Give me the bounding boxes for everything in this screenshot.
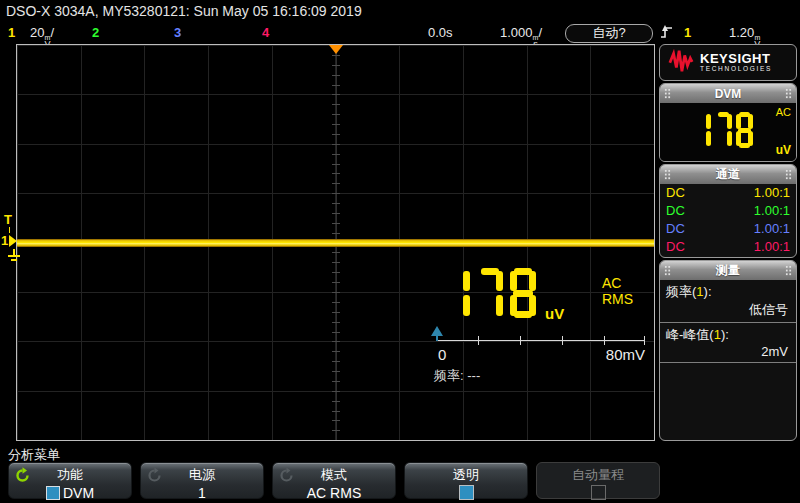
channel-row: DC1.00:1 [660, 202, 796, 220]
softkey-autorange: 自动量程 [536, 462, 660, 499]
dvm-frequency-readout: 频率: --- [434, 367, 480, 385]
measurement-label: 峰-峰值(1): [660, 323, 796, 344]
trigger-position-icon[interactable] [329, 45, 343, 54]
channel-row: DC1.00:1 [660, 184, 796, 202]
grip-icon [664, 169, 671, 180]
dvm-panel-header[interactable]: DVM [660, 84, 796, 103]
measurement-value: 低信号 [660, 301, 796, 323]
measurements-panel-header[interactable]: 测量 [660, 261, 796, 280]
scale-min-label: 0 [438, 346, 446, 363]
trigger-level-marker[interactable]: T [4, 212, 12, 227]
auto-trigger-button[interactable]: 自动? [565, 24, 653, 43]
scale-tick [562, 336, 563, 345]
grip-icon [785, 265, 792, 276]
dvm-onscreen-readout: uV [444, 268, 564, 322]
channel3-number[interactable]: 3 [174, 24, 181, 42]
softkey-label: 透明 [405, 466, 527, 484]
channel1-number[interactable]: 1 [8, 24, 15, 42]
channel-row: DC1.00:1 [660, 220, 796, 238]
softkey-value: DVM [63, 485, 94, 501]
softkey-transparent[interactable]: 透明 [404, 462, 528, 499]
channel-row: DC1.00:1 [660, 238, 796, 256]
dvm-marker-stem [436, 334, 438, 341]
scale-tick [604, 336, 605, 345]
brand-name: KEYSIGHT [700, 52, 772, 65]
cycle-icon [278, 467, 295, 488]
dvm-panel: DVM AC uV [659, 83, 797, 162]
ground-icon [6, 249, 22, 269]
channel2-number[interactable]: 2 [92, 24, 99, 42]
status-bar: 1 20mV/ 2 3 4 0.0s 1.000ms/ 自动? 1 1.20mV [0, 24, 800, 42]
time-reference: 0.0s [428, 24, 453, 42]
channel1-trace[interactable] [17, 239, 654, 247]
scale-tick [478, 336, 479, 345]
dvm-panel-title: DVM [715, 87, 742, 101]
scale-max-label: 80mV [577, 346, 645, 363]
dvm-panel-digits [694, 112, 757, 152]
cycle-icon [146, 467, 163, 488]
grip-icon [785, 88, 792, 99]
right-triangle-icon [9, 235, 17, 247]
measurements-panel-title: 测量 [716, 262, 740, 279]
cycle-icon [14, 467, 31, 488]
scale-tick [644, 336, 645, 345]
channels-panel: 通道 DC1.00:1 DC1.00:1 DC1.00:1 DC1.00:1 [659, 164, 797, 258]
window-title: DSO-X 3034A, MY53280121: Sun May 05 16:1… [6, 3, 362, 19]
dvm-onscreen-unit: uV [545, 305, 564, 322]
measurement-value: 2mV [660, 344, 796, 363]
channels-panel-title: 通道 [716, 166, 740, 183]
channel4-number[interactable]: 4 [262, 24, 269, 42]
grip-icon [664, 265, 671, 276]
dvm-mode-label: AC RMS [602, 275, 654, 307]
keysight-logo: KEYSIGHT TECHNOLOGIES [659, 44, 797, 81]
softkey-mode[interactable]: 模式 AC RMS [272, 462, 396, 499]
softkey-source[interactable]: 电源 1 [140, 462, 264, 499]
dvm-onscreen-digits [444, 268, 543, 322]
grip-icon [664, 88, 671, 99]
trigger-slope-icon [660, 24, 673, 44]
measurement-label: 频率(1): [660, 280, 796, 301]
sidebar: KEYSIGHT TECHNOLOGIES DVM AC uV 通道 DC1 [659, 44, 799, 441]
oscilloscope-screen: DSO-X 3034A, MY53280121: Sun May 05 16:1… [0, 0, 800, 503]
softkey-label: 自动量程 [537, 466, 659, 484]
channels-panel-header[interactable]: 通道 [660, 165, 796, 184]
trigger-source: 1 [684, 24, 691, 42]
checkbox-checked-icon[interactable] [459, 485, 474, 500]
channel1-ground-marker[interactable]: 1 [1, 233, 17, 248]
waveform-graticule: uV AC RMS 0 80mV 频率: --- [16, 44, 655, 441]
dvm-swatch-icon [46, 486, 60, 500]
dvm-panel-unit: uV [776, 143, 791, 157]
softkey-function[interactable]: 功能 DVM [8, 462, 132, 499]
grip-icon [785, 169, 792, 180]
checkbox-empty-icon [591, 485, 606, 500]
scale-tick [520, 336, 521, 345]
dvm-scale-line [437, 340, 645, 341]
keysight-spark-icon [668, 48, 694, 78]
dvm-panel-mode: AC [776, 106, 791, 118]
brand-subtitle: TECHNOLOGIES [700, 65, 772, 73]
measurements-panel: 测量 频率(1): 低信号 峰-峰值(1): 2mV [659, 260, 797, 441]
